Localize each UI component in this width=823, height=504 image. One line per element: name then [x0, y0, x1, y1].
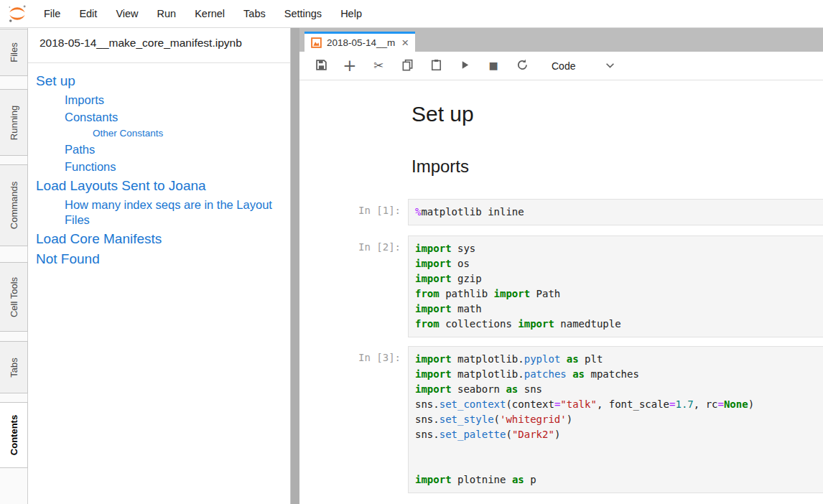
code-line: import matplotlib.pyplot as plt	[415, 352, 817, 367]
toc-item-imports[interactable]: Imports	[65, 93, 284, 108]
cell-prompt: In [1]:	[299, 199, 408, 225]
toc-notebook-title: 2018-05-14__make_core_manifest.ipynb	[28, 28, 290, 63]
notebook-icon	[311, 37, 322, 48]
heading-set-up: Set up	[412, 102, 823, 126]
sidebar-tab-label: Commands	[9, 182, 19, 229]
menu-items: FileEditViewRunKernelTabsSettingsHelp	[34, 0, 371, 27]
left-sidebar: FilesRunningCommandsCell ToolsTabsConten…	[0, 28, 28, 504]
sidebar-tab-commands[interactable]: Commands	[0, 164, 28, 246]
code-line: import sys	[415, 241, 817, 256]
sidebar-tab-label: Files	[9, 42, 19, 62]
heading-imports: Imports	[412, 157, 823, 177]
menu-view[interactable]: View	[106, 0, 147, 27]
code-line	[415, 457, 817, 472]
restart-icon	[516, 59, 529, 73]
code-line: import os	[415, 256, 817, 271]
sidebar-tab-label: Running	[9, 105, 19, 139]
sidebar-tab-tabs[interactable]: Tabs	[0, 341, 28, 393]
cell-prompt: In [2]:	[299, 235, 408, 337]
menu-edit[interactable]: Edit	[70, 0, 106, 27]
toc-item-other-constants[interactable]: Other Constants	[93, 127, 284, 140]
paste-icon	[430, 59, 442, 73]
toc-item-paths[interactable]: Paths	[65, 142, 284, 157]
menubar: FileEditViewRunKernelTabsSettingsHelp	[0, 0, 823, 28]
sidebar-tab-label: Cell Tools	[9, 276, 19, 317]
code-line: sns.set_palette("Dark2")	[415, 427, 817, 442]
save-icon	[315, 59, 327, 73]
menu-kernel[interactable]: Kernel	[185, 0, 234, 27]
sidebar-tab-cell-tools[interactable]: Cell Tools	[0, 262, 28, 332]
stop-icon: ■	[488, 60, 498, 71]
copy-cells-button[interactable]	[393, 52, 422, 80]
sidebar-tab-label: Tabs	[9, 358, 19, 377]
sidebar-tab-running[interactable]: Running	[0, 89, 28, 156]
code-line: from collections import namedtuple	[415, 317, 817, 332]
dock-panel: 2018-05-14__m × +✂■ Code Set upImports I…	[299, 28, 823, 504]
run-icon	[460, 60, 470, 73]
close-icon[interactable]: ×	[401, 37, 409, 49]
code-line: %matplotlib inline	[415, 205, 817, 220]
toc-item-load-layouts-sent-to-joana[interactable]: Load Layouts Sent to Joana	[36, 177, 284, 195]
notebook-toolbar: +✂■ Code	[299, 52, 823, 80]
cell-type-value: Code	[552, 60, 575, 72]
code-line: import seaborn as sns	[415, 382, 817, 397]
toc-item-load-core-manifests[interactable]: Load Core Manifests	[36, 230, 284, 248]
toc-panel: 2018-05-14__make_core_manifest.ipynb Set…	[28, 28, 291, 504]
panel-splitter[interactable]	[291, 28, 299, 504]
run-button[interactable]	[450, 52, 479, 80]
restart-kernel-button[interactable]	[508, 52, 536, 80]
menu-settings[interactable]: Settings	[275, 0, 331, 27]
code-line: from pathlib import Path	[415, 286, 817, 302]
toc-list: Set upImportsConstantsOther ConstantsPat…	[28, 63, 290, 269]
paste-cells-button[interactable]	[422, 52, 450, 80]
code-cells: In [1]:%matplotlib inlineIn [2]:import s…	[299, 199, 823, 493]
toc-item-constants[interactable]: Constants	[65, 110, 284, 125]
sidebar-tab-files[interactable]: Files	[0, 29, 28, 76]
code-cell: In [3]:import matplotlib.pyplot as pltim…	[299, 346, 823, 493]
toc-item-how-many-index-seqs-are-in-the-layout-files[interactable]: How many index seqs are in the Layout Fi…	[65, 197, 284, 228]
toc-item-set-up[interactable]: Set up	[36, 72, 284, 90]
sidebar-tab-contents[interactable]: Contents	[0, 402, 28, 468]
cut-cells-button[interactable]: ✂	[364, 52, 393, 80]
cut-icon: ✂	[373, 60, 383, 72]
code-line: import math	[415, 302, 817, 317]
markdown-headings: Set upImports	[299, 102, 823, 177]
code-line: sns.set_context(context="talk", font_sca…	[415, 397, 817, 412]
code-line: sns.set_style('whitegrid')	[415, 412, 817, 427]
copy-icon	[401, 59, 414, 73]
jupyter-logo-icon	[0, 4, 34, 24]
menu-tabs[interactable]: Tabs	[234, 0, 275, 27]
main-area: FilesRunningCommandsCell ToolsTabsConten…	[0, 28, 823, 504]
code-line: import gzip	[415, 271, 817, 286]
cell-prompt: In [3]:	[299, 346, 408, 493]
notebook-content: Set upImports In [1]:%matplotlib inlineI…	[299, 80, 823, 504]
code-line	[415, 442, 817, 457]
cell-type-dropdown[interactable]: Code	[552, 60, 615, 72]
cell-editor[interactable]: import sysimport osimport gzipfrom pathl…	[408, 235, 823, 337]
tab-label: 2018-05-14__m	[327, 37, 395, 48]
plus-icon: +	[343, 57, 356, 74]
toolbar-buttons: +✂■	[307, 52, 536, 80]
sidebar-tab-label: Contents	[9, 415, 19, 455]
insert-cell-button[interactable]: +	[335, 52, 364, 80]
code-line: import plotnine as p	[415, 472, 817, 487]
menu-file[interactable]: File	[34, 0, 70, 27]
cell-editor[interactable]: %matplotlib inline	[408, 199, 823, 225]
stop-button[interactable]: ■	[479, 52, 508, 80]
tab-bar: 2018-05-14__m ×	[299, 28, 823, 52]
toc-item-not-found[interactable]: Not Found	[36, 250, 284, 269]
menu-help[interactable]: Help	[331, 0, 371, 27]
code-line: import matplotlib.patches as mpatches	[415, 367, 817, 382]
notebook-tab[interactable]: 2018-05-14__m ×	[304, 32, 415, 52]
code-cell: In [2]:import sysimport osimport gzipfro…	[299, 235, 823, 337]
save-button[interactable]	[307, 52, 335, 80]
toc-item-functions[interactable]: Functions	[65, 159, 284, 174]
cell-editor[interactable]: import matplotlib.pyplot as pltimport ma…	[408, 346, 823, 493]
chevron-down-icon	[605, 62, 615, 69]
menu-run[interactable]: Run	[148, 0, 186, 27]
code-cell: In [1]:%matplotlib inline	[299, 199, 823, 225]
